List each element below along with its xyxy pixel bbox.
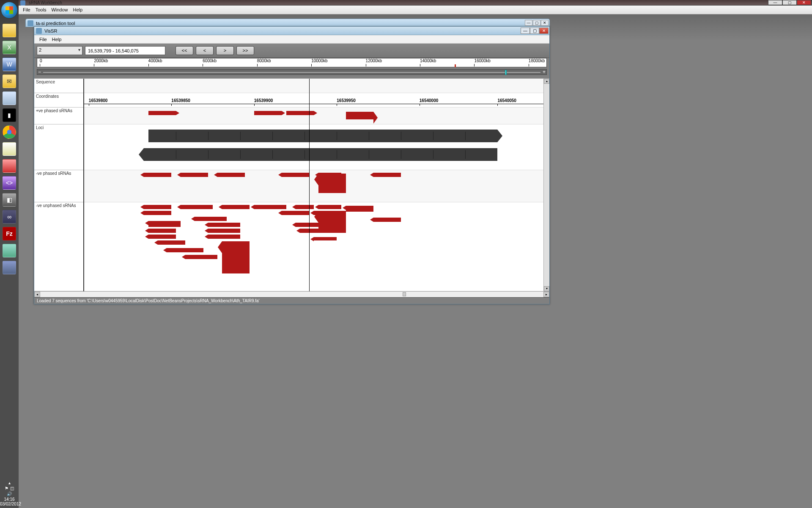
srna-feature[interactable] bbox=[144, 211, 171, 215]
chromosome-select[interactable]: 2 bbox=[37, 46, 82, 55]
ruler-tick: 2000kb bbox=[94, 58, 108, 63]
subwindow-maximize-button[interactable]: ▢ bbox=[533, 20, 540, 26]
excel-icon[interactable]: X bbox=[3, 41, 16, 54]
zoom-handle[interactable] bbox=[505, 70, 507, 75]
nav-fastforward-button[interactable]: >> bbox=[236, 46, 254, 55]
srna-feature[interactable] bbox=[222, 241, 250, 273]
srna-feature[interactable] bbox=[144, 205, 171, 209]
visr-close-button[interactable]: ✕ bbox=[539, 28, 549, 34]
nav-rewind-button[interactable]: << bbox=[176, 46, 193, 55]
srna-feature[interactable] bbox=[300, 229, 327, 233]
zoom-slider[interactable]: − + bbox=[37, 69, 547, 75]
calculator-icon[interactable] bbox=[3, 91, 16, 105]
scroll-down-button[interactable]: ▾ bbox=[544, 286, 549, 291]
arrow-icon[interactable]: ▴ bbox=[8, 480, 11, 485]
flag-icon[interactable]: ⚑ bbox=[5, 486, 8, 491]
locus-bar[interactable] bbox=[144, 148, 497, 161]
srna-feature[interactable] bbox=[208, 229, 240, 233]
srna-feature[interactable] bbox=[148, 221, 181, 227]
virtualbox-icon[interactable]: ◧ bbox=[3, 193, 16, 207]
menu-window[interactable]: Window bbox=[49, 7, 70, 12]
srna-feature[interactable] bbox=[282, 173, 309, 177]
visr-menu-help[interactable]: Help bbox=[49, 37, 64, 42]
parent-maximize-button[interactable]: ▢ bbox=[782, 0, 797, 5]
srna-feature[interactable] bbox=[185, 255, 217, 259]
h-scroll-thumb[interactable] bbox=[403, 292, 406, 296]
srna-feature[interactable] bbox=[148, 111, 176, 115]
srna-feature[interactable] bbox=[181, 173, 208, 177]
srna-feature[interactable] bbox=[208, 223, 240, 227]
srna-feature[interactable] bbox=[318, 174, 346, 193]
scroll-left-button[interactable]: ◂ bbox=[34, 292, 40, 297]
subwindow-tab[interactable]: ta-si prediction tool — ▢ ✕ bbox=[25, 19, 550, 27]
srna-feature[interactable] bbox=[158, 240, 185, 245]
explorer-icon[interactable] bbox=[3, 24, 16, 37]
app-icon-3[interactable] bbox=[3, 244, 16, 257]
srna-feature[interactable] bbox=[282, 211, 309, 215]
srna-feature[interactable] bbox=[208, 235, 240, 239]
app-icon-2[interactable] bbox=[3, 159, 16, 173]
track-label: +ve phased sRNAs bbox=[34, 108, 83, 124]
srna-feature[interactable] bbox=[254, 111, 282, 115]
visr-maximize-button[interactable]: ▢ bbox=[530, 28, 539, 34]
coord-tick-label: 16539950 bbox=[337, 98, 356, 103]
srna-feature[interactable] bbox=[346, 112, 373, 119]
start-orb[interactable] bbox=[1, 2, 18, 19]
srna-feature[interactable] bbox=[167, 248, 203, 252]
parent-close-button[interactable]: ✕ bbox=[797, 0, 811, 5]
h-scroll-track[interactable] bbox=[40, 292, 543, 297]
srna-feature[interactable] bbox=[373, 218, 401, 222]
srna-feature[interactable] bbox=[296, 223, 328, 227]
srna-feature[interactable] bbox=[195, 217, 227, 221]
parent-titlebar[interactable]: sRNA Workbench — ▢ ✕ bbox=[19, 0, 812, 6]
chrome-icon[interactable] bbox=[3, 125, 16, 139]
nav-back-button[interactable]: < bbox=[196, 46, 214, 55]
network-icon[interactable]: ◫ bbox=[10, 486, 14, 491]
zoom-in-icon[interactable]: + bbox=[543, 69, 546, 75]
tracks-viewer: SequenceCoordinates+ve phased sRNAsLoci-… bbox=[34, 78, 549, 291]
scroll-up-button[interactable]: ▴ bbox=[544, 79, 549, 84]
srna-feature[interactable] bbox=[144, 173, 171, 177]
volume-icon[interactable]: 🔊 bbox=[7, 491, 12, 496]
locus-bar[interactable] bbox=[148, 130, 497, 142]
horizontal-scrollbar[interactable]: ◂ ▸ bbox=[34, 291, 549, 297]
zoom-out-icon[interactable]: − bbox=[38, 69, 41, 75]
srna-feature[interactable] bbox=[148, 229, 176, 233]
visr-titlebar[interactable]: VisSR — ▢ ✕ bbox=[34, 27, 549, 35]
srna-feature[interactable] bbox=[181, 205, 213, 209]
parent-minimize-button[interactable]: — bbox=[768, 0, 782, 5]
subwindow-close-button[interactable]: ✕ bbox=[541, 20, 549, 26]
srna-feature[interactable] bbox=[286, 111, 314, 115]
tray-time[interactable]: 14:16 bbox=[0, 497, 19, 502]
app-icon-4[interactable] bbox=[3, 261, 16, 274]
track-canvas[interactable]: 1653980016539850165399001653995016540000… bbox=[84, 79, 543, 291]
srna-feature[interactable] bbox=[373, 173, 401, 177]
srna-feature[interactable] bbox=[254, 205, 286, 209]
srna-feature[interactable] bbox=[314, 237, 337, 240]
outlook-icon[interactable]: ✉ bbox=[3, 75, 16, 88]
vertical-scrollbar[interactable]: ▴ ▾ bbox=[543, 79, 549, 291]
filezilla-icon[interactable]: Fz bbox=[3, 227, 16, 240]
word-icon[interactable]: W bbox=[3, 58, 16, 71]
srna-feature[interactable] bbox=[148, 235, 176, 239]
chromosome-ruler[interactable]: 02000kb4000kb6000kb8000kb10000kb12000kb1… bbox=[37, 58, 547, 67]
srna-feature[interactable] bbox=[318, 205, 341, 209]
app-icon-1[interactable] bbox=[3, 142, 16, 156]
subwindow-minimize-button[interactable]: — bbox=[525, 20, 532, 26]
srna-feature[interactable] bbox=[346, 206, 373, 212]
srna-feature[interactable] bbox=[296, 205, 314, 209]
menu-file[interactable]: File bbox=[20, 7, 33, 12]
range-input[interactable] bbox=[85, 46, 165, 55]
ide-icon[interactable]: <> bbox=[3, 176, 16, 190]
nav-forward-button[interactable]: > bbox=[216, 46, 234, 55]
visr-menu-file[interactable]: File bbox=[37, 37, 49, 42]
terminal-icon[interactable]: ▮ bbox=[3, 108, 16, 122]
vs-icon[interactable]: ∞ bbox=[3, 210, 16, 224]
menu-tools[interactable]: Tools bbox=[33, 7, 49, 12]
menu-help[interactable]: Help bbox=[71, 7, 85, 12]
scroll-right-button[interactable]: ▸ bbox=[543, 292, 549, 297]
tray-date[interactable]: 03/02/2012 bbox=[0, 502, 19, 506]
srna-feature[interactable] bbox=[222, 205, 250, 209]
srna-feature[interactable] bbox=[217, 173, 245, 177]
visr-minimize-button[interactable]: — bbox=[521, 28, 530, 34]
